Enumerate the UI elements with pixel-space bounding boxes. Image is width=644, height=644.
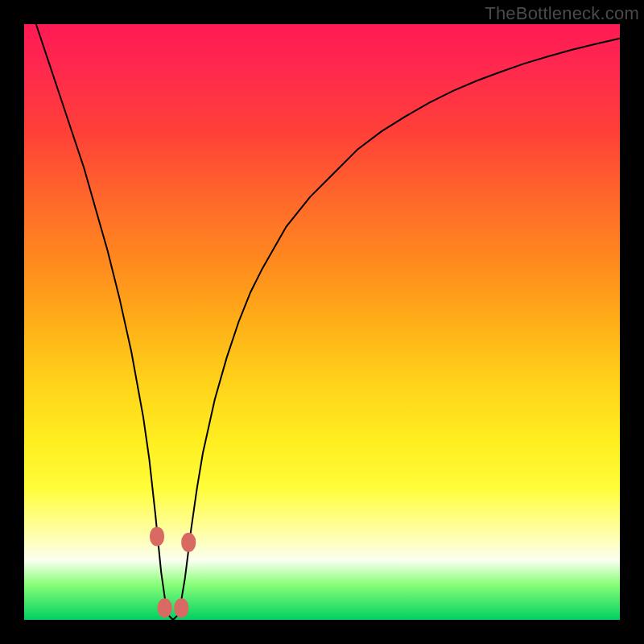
curve-marker bbox=[174, 598, 188, 617]
plot-area bbox=[24, 24, 620, 620]
curve-marker bbox=[158, 598, 172, 617]
bottleneck-curve bbox=[24, 0, 620, 620]
chart-frame: TheBottleneck.com bbox=[0, 0, 644, 644]
watermark-text: TheBottleneck.com bbox=[485, 3, 639, 24]
curve-marker bbox=[150, 526, 164, 546]
curve-marker bbox=[181, 533, 196, 552]
bottleneck-curve-svg bbox=[24, 24, 620, 620]
curve-markers bbox=[150, 526, 196, 617]
